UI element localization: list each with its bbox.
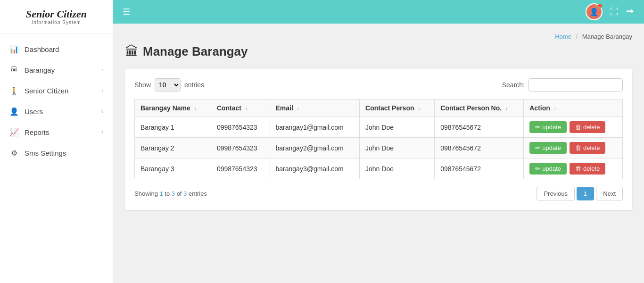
update-button[interactable]: ✏ update	[529, 163, 567, 175]
nav-item-left: 📈 Reports	[9, 127, 50, 137]
page-header: 🏛 Manage Barangay	[125, 44, 632, 59]
chevron-icon: ‹	[101, 129, 103, 135]
table-header-row: Barangay Name ↕Contact ↕Email ↕Contact P…	[135, 100, 623, 117]
sort-icon: ↕	[297, 106, 299, 111]
sort-icon: ↕	[505, 106, 508, 111]
nav-item-left: ⚙ Sms Settings	[9, 148, 66, 158]
cell-contact-person: John Doe	[360, 158, 435, 179]
nav-item-left: 📊 Dashboard	[9, 44, 59, 54]
sms-settings-label: Sms Settings	[25, 149, 66, 157]
action-buttons: ✏ update 🗑 delete	[529, 121, 617, 133]
update-button[interactable]: ✏ update	[529, 121, 567, 133]
sort-icon: ↕	[245, 106, 248, 111]
entries-label: entries	[184, 81, 204, 89]
col-header-contact_person[interactable]: Contact Person ↕	[360, 100, 435, 117]
breadcrumb-separator: /	[576, 33, 578, 40]
avatar: 👤	[586, 3, 603, 20]
cell-contact-person: John Doe	[360, 138, 435, 158]
page-header-icon: 🏛	[125, 44, 138, 59]
col-header-contact_person_no[interactable]: Contact Person No. ↕	[435, 100, 524, 117]
col-header-email[interactable]: Email ↕	[270, 100, 360, 117]
col-header-barangay_name[interactable]: Barangay Name ↕	[135, 100, 211, 117]
cell-contact: 09987654323	[211, 117, 270, 138]
breadcrumb-home[interactable]: Home	[555, 33, 571, 40]
trash-icon: 🗑	[575, 144, 581, 151]
logout-icon[interactable]: ⮕	[626, 7, 635, 17]
sidebar-item-reports[interactable]: 📈 Reports ‹	[0, 122, 113, 142]
breadcrumb-current: Manage Barangay	[582, 33, 632, 40]
sidebar-item-users[interactable]: 👤 Users ‹	[0, 101, 113, 122]
cell-action: ✏ update 🗑 delete	[524, 158, 623, 179]
table-controls: Show 102550100 entries Search:	[134, 78, 623, 92]
topbar-right: 👤 ⛶ ⮕	[586, 3, 635, 20]
edit-icon: ✏	[535, 144, 540, 151]
sort-icon: ↕	[554, 106, 556, 111]
show-label: Show	[134, 81, 151, 89]
cell-barangay-name: Barangay 2	[135, 138, 211, 158]
sidebar-item-sms-settings[interactable]: ⚙ Sms Settings	[0, 142, 113, 163]
dashboard-icon: 📊	[9, 44, 19, 54]
sidebar: Senior Citizen Information System 📊 Dash…	[0, 0, 113, 283]
action-buttons: ✏ update 🗑 delete	[529, 163, 617, 175]
barangay-icon: 🏛	[9, 65, 19, 75]
expand-icon[interactable]: ⛶	[610, 7, 619, 17]
barangay-label: Barangay	[25, 66, 55, 74]
col-header-action[interactable]: Action ↕	[524, 100, 623, 117]
users-label: Users	[25, 108, 43, 116]
search-area: Search:	[502, 78, 623, 92]
cell-action: ✏ update 🗑 delete	[524, 138, 623, 158]
reports-label: Reports	[25, 128, 50, 136]
entries-select[interactable]: 102550100	[155, 78, 181, 92]
chevron-icon: ‹	[101, 108, 103, 115]
nav-item-left: 🚶 Senior Citizen	[9, 86, 68, 95]
sidebar-item-barangay[interactable]: 🏛 Barangay ‹	[0, 59, 113, 80]
page-content: Home / Manage Barangay 🏛 Manage Barangay…	[113, 24, 644, 283]
nav-item-left: 👤 Users	[9, 107, 43, 116]
trash-icon: 🗑	[575, 124, 581, 131]
logo-title: Senior Citizen	[9, 8, 103, 20]
page-1-button[interactable]: 1	[577, 187, 594, 200]
show-entries-control: Show 102550100 entries	[134, 78, 204, 92]
logo-subtitle: Information System	[9, 20, 103, 25]
cell-email: barangay1@gmail.com	[270, 117, 360, 138]
cell-barangay-name: Barangay 3	[135, 158, 211, 179]
data-table: Barangay Name ↕Contact ↕Email ↕Contact P…	[134, 99, 623, 179]
delete-button[interactable]: 🗑 delete	[570, 163, 605, 175]
update-button[interactable]: ✏ update	[529, 142, 567, 154]
edit-icon: ✏	[535, 165, 540, 172]
table-head: Barangay Name ↕Contact ↕Email ↕Contact P…	[135, 100, 623, 117]
topbar: ☰ 👤 ⛶ ⮕	[113, 0, 644, 24]
senior-citizen-icon: 🚶	[9, 86, 19, 95]
cell-barangay-name: Barangay 1	[135, 117, 211, 138]
showing-info: Showing 1 to 3 of 3 entries	[134, 190, 207, 197]
cell-email: barangay3@gmail.com	[270, 158, 360, 179]
sidebar-item-dashboard[interactable]: 📊 Dashboard	[0, 39, 113, 59]
menu-icon[interactable]: ☰	[123, 7, 130, 17]
sms-settings-icon: ⚙	[9, 148, 19, 158]
nav-item-left: 🏛 Barangay	[9, 65, 55, 75]
main-area: ☰ 👤 ⛶ ⮕ Home / Manage Barangay 🏛 Manage …	[113, 0, 644, 283]
dashboard-label: Dashboard	[25, 45, 59, 53]
next-button[interactable]: Next	[596, 187, 623, 200]
previous-button[interactable]: Previous	[537, 187, 575, 200]
table-body: Barangay 109987654323barangay1@gmail.com…	[135, 117, 623, 179]
cell-contact-person-no: 09876545672	[435, 158, 524, 179]
trash-icon: 🗑	[575, 165, 581, 172]
sidebar-item-senior-citizen[interactable]: 🚶 Senior Citizen ‹	[0, 80, 113, 101]
table-card: Show 102550100 entries Search: Barangay …	[125, 69, 632, 210]
sidebar-logo: Senior Citizen Information System	[0, 0, 113, 34]
delete-button[interactable]: 🗑 delete	[570, 121, 605, 133]
chevron-icon: ‹	[101, 87, 103, 94]
cell-contact-person-no: 09876545672	[435, 138, 524, 158]
chevron-icon: ‹	[101, 67, 103, 73]
col-header-contact[interactable]: Contact ↕	[211, 100, 270, 117]
page-title: Manage Barangay	[143, 44, 248, 59]
search-input[interactable]	[528, 78, 623, 92]
cell-contact: 09987654323	[211, 158, 270, 179]
cell-contact-person-no: 09876545672	[435, 117, 524, 138]
senior-citizen-label: Senior Citizen	[25, 87, 68, 95]
delete-button[interactable]: 🗑 delete	[570, 142, 605, 154]
cell-email: barangay2@gmail.com	[270, 138, 360, 158]
table-footer: Showing 1 to 3 of 3 entries Previous 1 N…	[134, 187, 623, 200]
action-buttons: ✏ update 🗑 delete	[529, 142, 617, 154]
